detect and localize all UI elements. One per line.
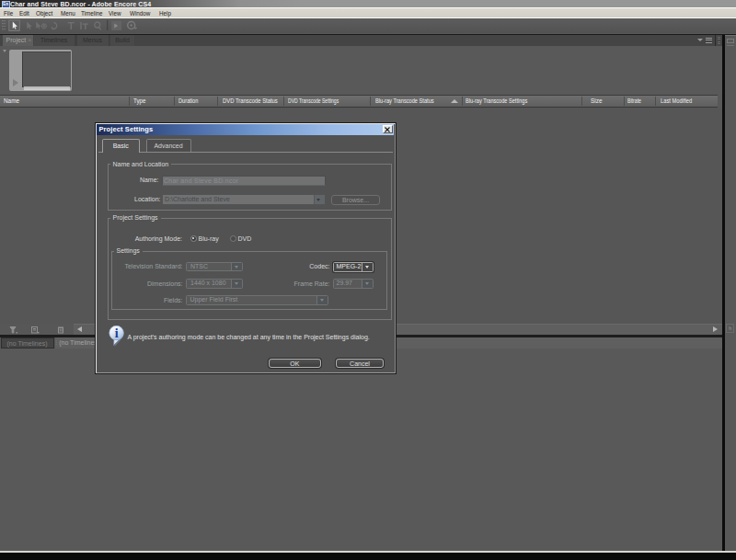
svg-text:i: i: [114, 326, 118, 340]
